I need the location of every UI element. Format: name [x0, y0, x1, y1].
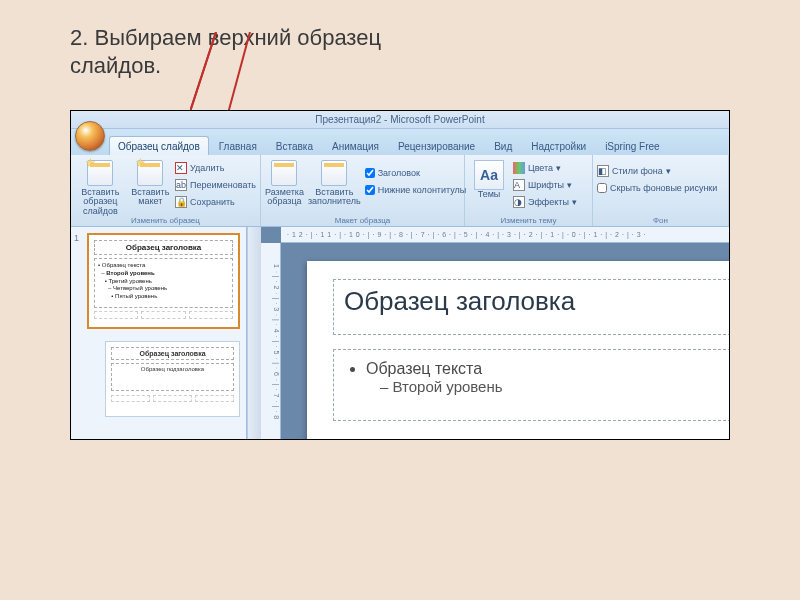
effects-icon: ◑ [513, 196, 525, 208]
layout-icon [137, 160, 163, 186]
master-thumb-body: • Образец текста – Второй уровень • Трет… [94, 258, 233, 308]
office-button[interactable] [75, 121, 105, 151]
tab-slide-master[interactable]: Образец слайдов [109, 136, 209, 155]
layout-thumb-subtitle: Образец подзаголовка [111, 363, 234, 391]
chk-footers[interactable]: Нижние колонтитулы [365, 182, 467, 198]
work-area: 1 Образец заголовка • Образец текста – В… [71, 227, 729, 439]
themes-button[interactable]: Aa Темы [469, 157, 509, 199]
insert-layout-button[interactable]: Вставить макет [130, 157, 171, 207]
tab-view[interactable]: Вид [485, 136, 521, 155]
tab-home[interactable]: Главная [210, 136, 266, 155]
placeholder-icon [321, 160, 347, 186]
layout-thumb-title: Образец заголовка [111, 347, 234, 360]
tab-ispring[interactable]: iSpring Free [596, 136, 668, 155]
slide-master-icon [87, 160, 113, 186]
themes-icon: Aa [474, 160, 504, 190]
tab-review[interactable]: Рецензирование [389, 136, 484, 155]
tab-addins[interactable]: Надстройки [522, 136, 595, 155]
tab-animation[interactable]: Анимация [323, 136, 388, 155]
colors-icon [513, 162, 525, 174]
group-edit-master: Вставить образец слайдов Вставить макет … [71, 155, 261, 226]
title-placeholder-text: Образец заголовка [344, 286, 575, 316]
colors-button[interactable]: Цвета ▾ [513, 160, 577, 176]
insert-layout-label: Вставить макет [130, 188, 171, 207]
master-layout-button[interactable]: Разметка образца [265, 157, 304, 207]
chk-title[interactable]: Заголовок [365, 165, 467, 181]
ribbon: Вставить образец слайдов Вставить макет … [71, 155, 729, 227]
window-titlebar: Презентация2 - Microsoft PowerPoint [71, 111, 729, 129]
background-styles-button[interactable]: ◧Стили фона ▾ [597, 163, 717, 179]
ribbon-tab-row: Образец слайдов Главная Вставка Анимация… [71, 129, 729, 155]
insert-slide-master-button[interactable]: Вставить образец слайдов [75, 157, 126, 216]
group-master-layout-title: Макет образца [261, 216, 464, 225]
thumb-scrollbar[interactable] [247, 227, 261, 439]
group-background: ◧Стили фона ▾ Скрыть фоновые рисунки Фон [593, 155, 729, 226]
window-title: Презентация2 - Microsoft PowerPoint [315, 114, 484, 125]
rename-icon: ab [175, 179, 187, 191]
master-slide-thumb[interactable]: Образец заголовка • Образец текста – Вто… [87, 233, 240, 329]
group-background-title: Фон [593, 216, 728, 225]
effects-button[interactable]: ◑Эффекты ▾ [513, 194, 577, 210]
instruction-text: 2. Выбираем верхний образец слайдов. [70, 24, 381, 79]
editor-canvas-area: ·12·|·11·|·10·|·9·|·8·|·7·|·6·|·5·|·4·|·… [261, 227, 729, 439]
bg-styles-icon: ◧ [597, 165, 609, 177]
insert-slide-master-label: Вставить образец слайдов [75, 188, 126, 216]
fonts-icon: A [513, 179, 525, 191]
chk-hide-bg-graphics[interactable]: Скрыть фоновые рисунки [597, 180, 717, 196]
horizontal-ruler: ·12·|·11·|·10·|·9·|·8·|·7·|·6·|·5·|·4·|·… [281, 227, 729, 243]
thumbnail-pane[interactable]: 1 Образец заголовка • Образец текста – В… [71, 227, 247, 439]
fonts-button[interactable]: AШрифты ▾ [513, 177, 577, 193]
group-edit-master-title: Изменить образец [71, 216, 260, 225]
delete-button[interactable]: ✕Удалить [175, 160, 256, 176]
insert-placeholder-button[interactable]: Вставить заполнитель [308, 157, 361, 207]
title-placeholder[interactable]: Образец заголовка [333, 279, 729, 335]
layout-thumb-1[interactable]: Образец заголовка Образец подзаголовка [105, 341, 240, 417]
slide-canvas[interactable]: Образец заголовка Образец текста Второй … [307, 261, 729, 439]
vertical-ruler: 1·|·2·|·3·|·4·|·5·|·6·|·7·|·8 [261, 243, 281, 439]
body-placeholder[interactable]: Образец текста Второй уровень Третий уро… [333, 349, 729, 421]
group-edit-theme: Aa Темы Цвета ▾ AШрифты ▾ ◑Эффекты ▾ Изм… [465, 155, 593, 226]
screenshot-frame: Презентация2 - Microsoft PowerPoint Обра… [70, 110, 730, 440]
master-thumb-title: Образец заголовка [94, 240, 233, 255]
group-edit-theme-title: Изменить тему [465, 216, 592, 225]
themes-label: Темы [478, 190, 501, 199]
preserve-icon: 🔒 [175, 196, 187, 208]
master-layout-icon [271, 160, 297, 186]
rename-button[interactable]: abПереименовать [175, 177, 256, 193]
insert-placeholder-label: Вставить заполнитель [308, 188, 361, 207]
tab-insert[interactable]: Вставка [267, 136, 322, 155]
master-layout-label: Разметка образца [265, 188, 304, 207]
preserve-button[interactable]: 🔒Сохранить [175, 194, 256, 210]
group-master-layout: Разметка образца Вставить заполнитель За… [261, 155, 465, 226]
delete-icon: ✕ [175, 162, 187, 174]
master-index: 1 [74, 233, 79, 243]
